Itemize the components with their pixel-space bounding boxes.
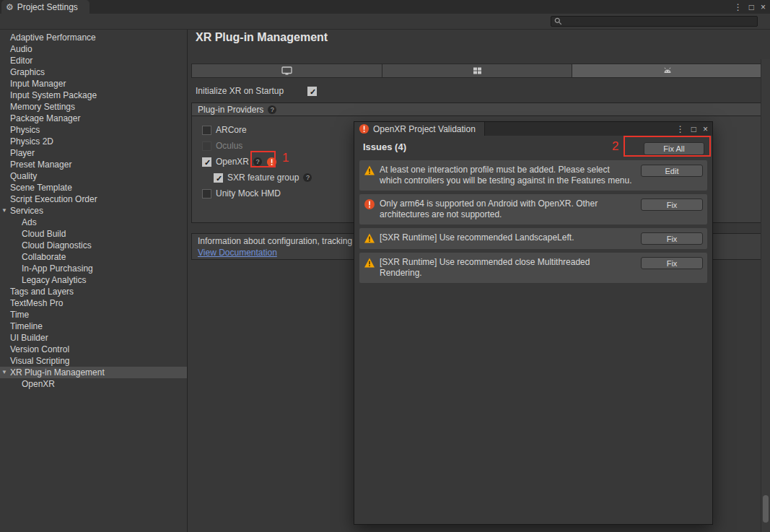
sidebar-item-cloud-diagnostics[interactable]: Cloud Diagnostics — [0, 240, 187, 251]
sidebar-item-label: Services — [10, 206, 43, 216]
issue-text: [SXR Runtime] Use recommended close Mult… — [380, 257, 636, 279]
tab-android[interactable] — [572, 64, 762, 77]
sidebar-item-input-manager[interactable]: Input Manager — [0, 78, 187, 90]
issues-header: Issues (4) — [363, 141, 406, 152]
sidebar-item-label: Preset Manager — [10, 160, 71, 170]
initialize-xr-row: Initialize XR on Startup — [196, 85, 317, 97]
sidebar-item-label: Audio — [10, 44, 32, 54]
fix-button[interactable]: Fix — [641, 257, 703, 269]
fix-button[interactable]: Fix — [641, 232, 703, 245]
sidebar-item-label: Collaborate — [22, 252, 66, 262]
sidebar-item-editor[interactable]: Editor — [0, 55, 187, 66]
sidebar-item-label: Input System Package — [10, 90, 97, 100]
search-input[interactable] — [565, 17, 754, 26]
kebab-menu-icon[interactable]: ⋮ — [734, 2, 743, 12]
sidebar-item-scene-template[interactable]: Scene Template — [0, 182, 187, 193]
sidebar-item-label: XR Plug-in Management — [10, 367, 105, 378]
sidebar-item-label: Timeline — [10, 321, 43, 331]
desktop-icon — [281, 66, 292, 76]
sidebar-item-cloud-build[interactable]: Cloud Build — [0, 228, 187, 240]
close-icon[interactable]: × — [761, 2, 766, 12]
error-icon — [364, 199, 375, 210]
sidebar-item-label: Adaptive Performance — [10, 32, 96, 43]
sidebar-item-preset-manager[interactable]: Preset Manager — [0, 159, 187, 170]
dialog-title: OpenXR Project Validation — [373, 124, 476, 134]
sidebar-item-label: Input Manager — [10, 79, 66, 89]
sidebar-item-ads[interactable]: Ads — [0, 217, 187, 228]
plugin-providers-header: Plug-in Providers ? — [192, 103, 762, 116]
sidebar-item-timeline[interactable]: Timeline — [0, 320, 187, 332]
maximize-icon[interactable]: □ — [691, 124, 696, 134]
provider-label: SXR feature group — [227, 173, 299, 183]
sidebar-item-memory-settings[interactable]: Memory Settings — [0, 101, 187, 113]
sidebar-item-player[interactable]: Player — [0, 147, 187, 159]
sxr-feature-group-checkbox[interactable] — [214, 173, 223, 183]
arcore-checkbox[interactable] — [202, 126, 211, 135]
sidebar-item-adaptive-performance[interactable]: Adaptive Performance — [0, 32, 187, 43]
sidebar-item-label: Memory Settings — [10, 102, 75, 112]
sidebar-item-package-manager[interactable]: Package Manager — [0, 113, 187, 124]
expander-icon[interactable]: ▼ — [1, 367, 7, 378]
search-box[interactable] — [551, 16, 758, 27]
sidebar-item-label: Legacy Analytics — [22, 275, 86, 285]
sidebar-item-openxr[interactable]: OpenXR — [0, 378, 187, 390]
issue-row-arm64: Only arm64 is supported on Android with … — [359, 194, 707, 224]
sidebar-item-in-app-purchasing[interactable]: In-App Purchasing — [0, 263, 187, 274]
sidebar-item-legacy-analytics[interactable]: Legacy Analytics — [0, 274, 187, 286]
issue-text: At least one interaction profile must be… — [380, 165, 636, 186]
sidebar-item-label: In-App Purchasing — [22, 263, 93, 274]
kebab-menu-icon[interactable]: ⋮ — [676, 124, 685, 134]
edit-button[interactable]: Edit — [641, 165, 703, 177]
window-titlebar: ⚙ Project Settings ⋮ □ × — [0, 0, 770, 14]
sidebar-item-version-control[interactable]: Version Control — [0, 344, 187, 355]
annotation-number-step1: 1 — [282, 151, 289, 165]
vertical-scrollbar[interactable] — [761, 59, 770, 532]
openxr-validation-dialog: OpenXR Project Validation ⋮ □ × Issues (… — [354, 121, 713, 525]
sidebar-item-label: Cloud Diagnostics — [22, 240, 92, 250]
window-title-tab[interactable]: ⚙ Project Settings — [1, 0, 89, 14]
provider-label: OpenXR — [216, 157, 249, 167]
project-settings-window: ⚙ Project Settings ⋮ □ × Adaptive Perfor… — [0, 0, 770, 532]
sidebar-item-label: Cloud Build — [22, 229, 66, 239]
help-icon[interactable]: ? — [303, 173, 312, 182]
sidebar-item-physics[interactable]: Physics — [0, 124, 187, 136]
sidebar-item-xr-plugin-management[interactable]: ▼XR Plug-in Management — [0, 367, 187, 378]
sidebar-item-label: Player — [10, 148, 35, 158]
close-icon[interactable]: × — [703, 124, 708, 134]
sidebar-item-label: UI Builder — [10, 333, 48, 343]
sidebar-item-ui-builder[interactable]: UI Builder — [0, 332, 187, 344]
sidebar-item-label: Ads — [22, 217, 37, 227]
openxr-checkbox[interactable] — [202, 157, 211, 167]
sidebar-item-collaborate[interactable]: Collaborate — [0, 251, 187, 263]
initialize-xr-checkbox[interactable] — [307, 87, 317, 96]
scrollbar-thumb[interactable] — [763, 495, 769, 523]
sidebar-item-script-execution-order[interactable]: Script Execution Order — [0, 193, 187, 205]
sidebar-item-label: Quality — [10, 171, 37, 181]
dialog-title-tab[interactable]: OpenXR Project Validation — [354, 122, 485, 136]
sidebar-item-visual-scripting[interactable]: Visual Scripting — [0, 355, 187, 367]
android-icon — [662, 66, 673, 75]
tab-uwp[interactable] — [382, 64, 573, 77]
sidebar-item-audio[interactable]: Audio — [0, 43, 187, 55]
sidebar-item-textmesh-pro[interactable]: TextMesh Pro — [0, 297, 187, 309]
help-icon[interactable]: ? — [268, 105, 276, 114]
sidebar-item-graphics[interactable]: Graphics — [0, 66, 187, 78]
settings-sidebar: Adaptive Performance Audio Editor Graphi… — [0, 30, 188, 532]
sidebar-item-input-system-package[interactable]: Input System Package — [0, 90, 187, 101]
warning-icon — [364, 232, 375, 244]
expander-icon[interactable]: ▼ — [1, 205, 7, 217]
sidebar-item-label: Editor — [10, 56, 32, 66]
tab-desktop[interactable] — [192, 64, 382, 77]
warning-icon — [364, 165, 375, 176]
view-documentation-link[interactable]: View Documentation — [198, 248, 277, 258]
fix-button[interactable]: Fix — [641, 199, 703, 211]
sidebar-item-tags-and-layers[interactable]: Tags and Layers — [0, 286, 187, 297]
maximize-icon[interactable]: □ — [749, 2, 754, 12]
sidebar-item-services[interactable]: ▼Services — [0, 205, 187, 217]
sidebar-item-label: Visual Scripting — [10, 356, 70, 366]
sidebar-item-physics-2d[interactable]: Physics 2D — [0, 136, 187, 147]
unity-mock-hmd-checkbox[interactable] — [202, 189, 211, 199]
dialog-controls: ⋮ □ × — [676, 122, 708, 136]
sidebar-item-time[interactable]: Time — [0, 309, 187, 320]
sidebar-item-quality[interactable]: Quality — [0, 170, 187, 182]
